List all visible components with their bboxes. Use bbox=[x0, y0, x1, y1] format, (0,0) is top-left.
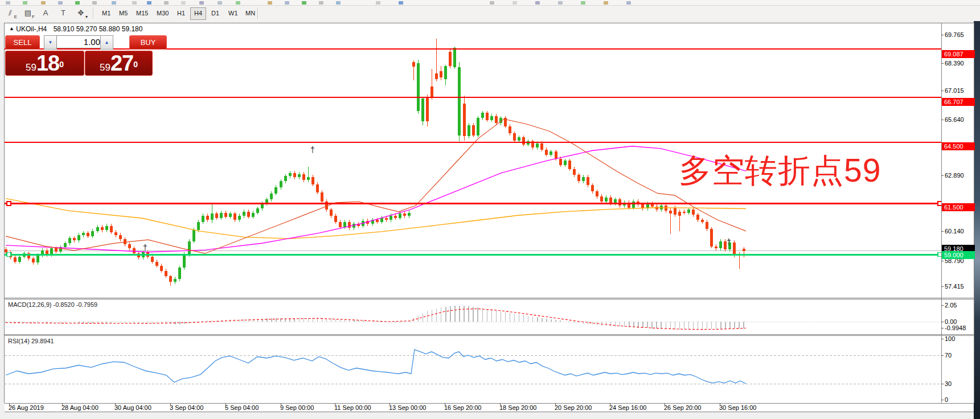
buy-price-main: 27 bbox=[110, 51, 133, 75]
svg-text:†: † bbox=[310, 145, 315, 154]
time-tick-label: 11 Sep 00:00 bbox=[334, 404, 371, 411]
toolbar-icon-cutoff bbox=[336, 1, 341, 5]
price-tick-mark bbox=[941, 91, 944, 91]
toolbar-icon-cutoff bbox=[399, 1, 403, 5]
chart-symbol-header: ▲ UKOil-,H4 58.910 59.270 58.880 59.180 bbox=[9, 25, 142, 33]
toolbar-icon-cutoff bbox=[490, 1, 494, 5]
toolbar-icon-cutoff bbox=[376, 1, 380, 5]
time-tick-label: 20 Sep 20:00 bbox=[555, 404, 592, 411]
toolbar-icon-cutoff bbox=[23, 1, 27, 5]
toolbar-icon-cutoff bbox=[218, 1, 222, 5]
arrows-tool-icon-sub: ▾ bbox=[85, 15, 88, 19]
timeframe-button-m5[interactable]: M5 bbox=[115, 7, 132, 19]
equidistant-channel-icon[interactable]: ⫽E bbox=[3, 7, 17, 19]
price-badge-69.087: 69.087 bbox=[942, 50, 975, 58]
macd-tick-label: -0.9948 bbox=[945, 324, 966, 331]
toolbar-icon-cutoff bbox=[319, 1, 323, 5]
time-tick-label: 16 Sep 20:00 bbox=[444, 404, 481, 411]
price-tick-mark bbox=[941, 35, 944, 35]
timeframe-button-h1[interactable]: H1 bbox=[173, 7, 189, 19]
toolbar-icon-cutoff bbox=[112, 1, 116, 5]
fibonacci-icon[interactable]: ▤F bbox=[21, 7, 35, 19]
price-badge-66.707: 66.707 bbox=[942, 98, 975, 106]
toolbar-icon-cutoff bbox=[268, 1, 272, 5]
timeframe-button-d1[interactable]: D1 bbox=[207, 7, 223, 19]
toolbar-icon-cutoff bbox=[164, 1, 169, 5]
price-tick-label: 67.015 bbox=[945, 87, 964, 94]
price-tick-mark bbox=[941, 261, 944, 261]
timeframe-button-m1[interactable]: M1 bbox=[98, 7, 114, 19]
volume-input[interactable]: 1.00 bbox=[56, 35, 103, 48]
price-tick-mark bbox=[941, 286, 944, 287]
macd-chart[interactable] bbox=[5, 299, 941, 334]
ohlc-values: 58.910 59.270 58.880 59.180 bbox=[54, 25, 143, 33]
time-tick-label: 24 Sep 16:00 bbox=[609, 404, 646, 411]
timeframe-button-w1[interactable]: W1 bbox=[224, 7, 242, 19]
rsi-tick-label: 0 bbox=[945, 396, 948, 403]
price-tick-label: 68.390 bbox=[945, 60, 964, 67]
time-tick-label: 28 Aug 04:00 bbox=[61, 404, 99, 411]
pane-border bbox=[941, 23, 942, 403]
text-label-icon[interactable]: A bbox=[39, 7, 52, 19]
pane-border bbox=[5, 412, 974, 412]
price-tick-label: 65.640 bbox=[945, 116, 964, 123]
sell-price-prefix: 59 bbox=[26, 62, 36, 73]
fibonacci-icon-sub: F bbox=[32, 15, 35, 19]
toolbar-separator bbox=[93, 7, 94, 19]
top-toolbar-cutoff bbox=[0, 0, 980, 6]
volume-decrease-button[interactable]: ▼ bbox=[44, 35, 57, 50]
timeframe-button-mn[interactable]: MN bbox=[241, 7, 259, 19]
time-tick-label: 30 Sep 16:00 bbox=[719, 404, 756, 411]
sell-button[interactable]: SELL bbox=[5, 35, 40, 50]
rsi-label: RSI(14) 29.8941 bbox=[8, 338, 54, 344]
timeframe-button-m30[interactable]: M30 bbox=[153, 7, 173, 19]
toolbar-icon-cutoff bbox=[604, 1, 608, 5]
macd-tick-mark bbox=[941, 305, 944, 306]
rsi-tick-label: 100 bbox=[945, 335, 955, 342]
timeframe-button-h4[interactable]: H4 bbox=[190, 7, 206, 20]
rsi-tick-label: 30 bbox=[945, 380, 952, 387]
sell-price-main: 18 bbox=[36, 51, 59, 75]
time-tick-label: 9 Sep 00:00 bbox=[280, 404, 314, 411]
rsi-tick-mark bbox=[941, 400, 944, 400]
text-box-icon[interactable]: T bbox=[56, 7, 70, 19]
toolbar-icon-cutoff bbox=[199, 1, 204, 5]
toolbar-icon-cutoff bbox=[626, 1, 631, 5]
arrows-tool-icon[interactable]: ✥▾ bbox=[74, 7, 88, 19]
time-tick-label: 26 Sep 20:00 bbox=[664, 404, 701, 411]
collapse-arrow-icon[interactable]: ▲ bbox=[9, 26, 14, 31]
pane-border bbox=[974, 23, 974, 403]
timeframe-button-m15[interactable]: M15 bbox=[132, 7, 152, 19]
macd-tick-mark bbox=[941, 322, 944, 322]
sell-price-panel[interactable]: 59180 bbox=[5, 51, 84, 76]
toolbar-icon-cutoff bbox=[535, 1, 540, 5]
toolbar-icon-cutoff bbox=[41, 1, 46, 5]
price-tick-mark bbox=[941, 175, 944, 176]
buy-button[interactable]: BUY bbox=[129, 35, 167, 50]
symbol-label: UKOil-,H4 bbox=[16, 25, 47, 33]
toolbar-icon-cutoff bbox=[92, 1, 97, 5]
price-tick-mark bbox=[941, 231, 944, 232]
price-axis[interactable] bbox=[941, 23, 974, 403]
pane-border bbox=[5, 334, 974, 335]
sell-price-sup: 0 bbox=[59, 60, 64, 69]
volume-increase-button[interactable]: ▲ bbox=[100, 35, 113, 50]
pane-border bbox=[5, 403, 974, 404]
price-tick-mark bbox=[941, 63, 944, 64]
time-tick-label: 5 Sep 04:00 bbox=[225, 404, 259, 411]
svg-text:†: † bbox=[727, 237, 731, 247]
toolbar-icon-cutoff bbox=[75, 1, 80, 5]
rsi-tick-mark bbox=[941, 384, 944, 384]
rsi-chart[interactable] bbox=[5, 335, 941, 403]
toolbar-icon-cutoff bbox=[558, 1, 563, 5]
buy-price-sup: 0 bbox=[133, 60, 138, 69]
rsi-tick-label: 70 bbox=[945, 352, 952, 359]
toolbar-icon-cutoff bbox=[285, 1, 289, 5]
price-tick-mark bbox=[941, 120, 944, 120]
toolbar-icon-cutoff bbox=[302, 1, 306, 5]
buy-price-panel[interactable]: 59270 bbox=[85, 51, 153, 76]
macd-tick-mark bbox=[941, 328, 944, 328]
price-tick-label: 69.765 bbox=[945, 31, 964, 38]
drawing-toolbar: ⫽E▤FAT✥▾ M1M5M15M30H1H4D1W1MN bbox=[0, 6, 980, 22]
macd-tick-label: 2.05 bbox=[945, 302, 957, 309]
